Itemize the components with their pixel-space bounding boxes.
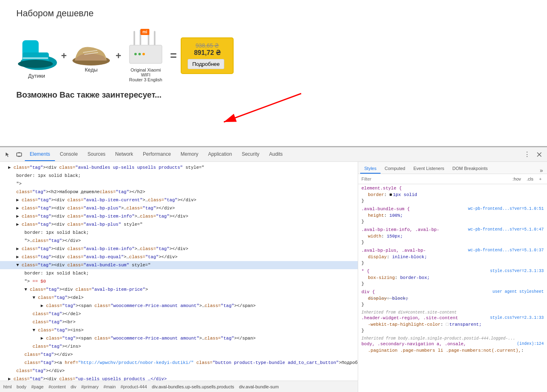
- html-line[interactable]: ▶ class="tag"><div class="aval-bp-item-i…: [0, 212, 358, 220]
- devtools-toolbar: Elements Console Sources Network Perform…: [0, 147, 547, 162]
- html-line[interactable]: ▼ class="tag"><del>: [0, 294, 358, 302]
- css-brace: }: [361, 261, 544, 266]
- styles-tab-styles[interactable]: Styles: [360, 164, 381, 174]
- filter-cls-btn[interactable]: .cls: [525, 176, 536, 182]
- css-source[interactable]: wc-pb-frontend...s?ver=5.1.0:37: [468, 248, 544, 253]
- elements-content[interactable]: ▶ class="tag"><div class="aval-bundles u…: [0, 162, 358, 381]
- html-line[interactable]: ▶ class="tag"><div class="aval-bundles u…: [0, 163, 358, 172]
- css-brace: }: [361, 240, 544, 245]
- html-line[interactable]: class="tag"><a href="http://wpwchv/produ…: [0, 359, 358, 367]
- css-source[interactable]: wc-pb-frontend...s?ver=5.1.0:47: [468, 227, 544, 232]
- plus-sign-1: +: [61, 50, 67, 61]
- css-block: Inherited from body.single.single-produc…: [361, 336, 544, 354]
- html-line[interactable]: ▼ class="tag"><ins>: [0, 326, 358, 334]
- html-line[interactable]: ▶ class="tag"><span class="woocommerce-P…: [0, 302, 358, 310]
- styles-filter-input[interactable]: [361, 176, 510, 181]
- html-line[interactable]: "> == $0: [0, 277, 358, 285]
- css-block: user agent stylesheetdiv {display: block…: [361, 290, 544, 307]
- boot-image: [16, 32, 57, 73]
- status-bar-item[interactable]: #page: [31, 384, 44, 389]
- filter-hov-btn[interactable]: :hov: [510, 176, 523, 182]
- html-line[interactable]: ">…class="tag"></div>: [0, 237, 358, 245]
- css-selector: style.css?ver=2.3.1:33* {: [361, 269, 544, 274]
- devtools-more-btn[interactable]: ⋮: [521, 150, 534, 158]
- inherited-label: Inherited from div#content.site-content: [361, 310, 544, 315]
- css-source[interactable]: style.css?ver=2.3.1:33: [490, 269, 544, 273]
- status-bar-item[interactable]: #main: [103, 384, 116, 389]
- css-rule: display: inline-block;: [361, 254, 544, 261]
- tab-elements[interactable]: Elements: [25, 148, 55, 161]
- device-icon: [16, 152, 22, 157]
- css-rule: height: 100%;: [361, 212, 544, 219]
- styles-content[interactable]: element.style {border: 1px solid}wc-pb-f…: [358, 184, 547, 392]
- html-line[interactable]: ▶ class="tag"><span class="woocommerce-P…: [0, 334, 358, 342]
- tab-sources[interactable]: Sources: [83, 148, 110, 161]
- tab-performance[interactable]: Performance: [138, 148, 176, 161]
- styles-tabs: Styles Computed Event Listeners DOM Brea…: [358, 162, 547, 174]
- styles-tab-computed[interactable]: Computed: [381, 164, 409, 174]
- close-devtools-btn[interactable]: [534, 149, 545, 160]
- status-bar-item[interactable]: div.aval-bundles.up-sells.upsells.produc…: [152, 384, 234, 389]
- html-line[interactable]: ▶ class="tag"><div class="aval-bp-equal"…: [0, 253, 358, 261]
- status-bar-item[interactable]: div.aval-bundle-sum: [239, 384, 279, 389]
- page-subtitle: Возможно Вас также заинтересует...: [16, 90, 531, 100]
- tab-audits[interactable]: Audits: [264, 148, 287, 161]
- css-rule: border: 1px solid: [361, 192, 544, 198]
- tab-console[interactable]: Console: [55, 148, 83, 161]
- styles-panel: Styles Computed Event Listeners DOM Brea…: [358, 162, 547, 392]
- styles-more-btn[interactable]: »: [538, 167, 545, 174]
- css-rule: width: 150px;: [361, 233, 544, 240]
- css-block: Inherited from div#content.site-contents…: [361, 310, 544, 333]
- css-brace: }: [361, 281, 544, 286]
- tab-security[interactable]: Security: [237, 148, 264, 161]
- sneaker-label: Кеды: [85, 67, 97, 73]
- btn-more[interactable]: Подробнее: [188, 59, 224, 69]
- plus-sign-2: +: [116, 50, 121, 61]
- filter-plus-btn[interactable]: +: [537, 176, 544, 182]
- html-line[interactable]: class="tag"><br>: [0, 318, 358, 326]
- status-bar-item[interactable]: #content: [48, 384, 66, 389]
- html-line[interactable]: border: 1px solid black;: [0, 269, 358, 277]
- status-bar-item[interactable]: html: [3, 384, 12, 389]
- device-icon-btn[interactable]: [13, 149, 25, 160]
- html-line[interactable]: ">: [0, 180, 358, 188]
- tab-memory[interactable]: Memory: [176, 148, 203, 161]
- html-line[interactable]: class="tag"><h2>Набором дешевлеclass="ta…: [0, 188, 358, 196]
- html-line[interactable]: ▼ class="tag"><div class="aval-bundle-su…: [0, 261, 358, 269]
- svg-rect-12: [129, 45, 162, 63]
- mi-badge: mi: [140, 29, 149, 35]
- html-line[interactable]: ▶ class="tag"><div class="aval-bp-plus" …: [0, 220, 358, 229]
- html-line[interactable]: ▶ class="tag"><div class="aval-bp-item-c…: [0, 196, 358, 204]
- html-line[interactable]: class="tag"></ins>: [0, 342, 358, 351]
- html-line[interactable]: class="tag"></del>: [0, 310, 358, 318]
- css-selector: user agent stylesheetdiv {: [361, 290, 544, 294]
- boot-label: Дутики: [28, 73, 45, 79]
- css-selector: (index):124body, .secondary-navigation a…: [361, 342, 544, 346]
- tab-application[interactable]: Application: [203, 148, 237, 161]
- css-source[interactable]: style.css?ver=2.3.1:33: [490, 316, 544, 320]
- status-bar-item[interactable]: #product-444: [120, 384, 147, 389]
- tab-network[interactable]: Network: [110, 148, 138, 161]
- html-line[interactable]: border: 1px solid black;: [0, 172, 358, 180]
- price-new: 891,72 ₴: [188, 49, 227, 57]
- styles-tab-event-listeners[interactable]: Event Listeners: [409, 164, 449, 174]
- html-line[interactable]: class="tag"></div>: [0, 367, 358, 375]
- html-line[interactable]: border: 1px solid black;: [0, 229, 358, 237]
- page-title: Набором дешевле: [16, 8, 531, 19]
- html-line[interactable]: ▼ class="tag"><div class="aval-bp-item-p…: [0, 285, 358, 294]
- cursor-icon-btn[interactable]: [2, 149, 13, 160]
- html-line[interactable]: class="tag"></div>: [0, 351, 358, 359]
- css-source[interactable]: (index):124: [517, 342, 544, 346]
- status-bar-item[interactable]: #primary: [81, 384, 99, 389]
- equals-sign: =: [170, 49, 177, 62]
- html-line[interactable]: ▶ class="tag"><div class="aval-bp-item-i…: [0, 245, 358, 253]
- html-line[interactable]: ▶ class="tag"><div class="up-sells upsel…: [0, 375, 358, 381]
- status-bar-item[interactable]: body: [17, 384, 26, 389]
- devtools: Elements Console Sources Network Perform…: [0, 146, 547, 392]
- status-bar-item[interactable]: div: [70, 384, 76, 389]
- price-old: 938,65 ₴: [188, 42, 227, 49]
- html-line[interactable]: ▶ class="tag"><div class="aval-bp-plus">…: [0, 204, 358, 212]
- css-source[interactable]: wc-pb-frontend...s?ver=5.1.0:51: [468, 207, 544, 211]
- styles-tab-dom-breakpoints[interactable]: DOM Breakpoints: [449, 164, 492, 174]
- css-source[interactable]: user agent stylesheet: [492, 290, 544, 294]
